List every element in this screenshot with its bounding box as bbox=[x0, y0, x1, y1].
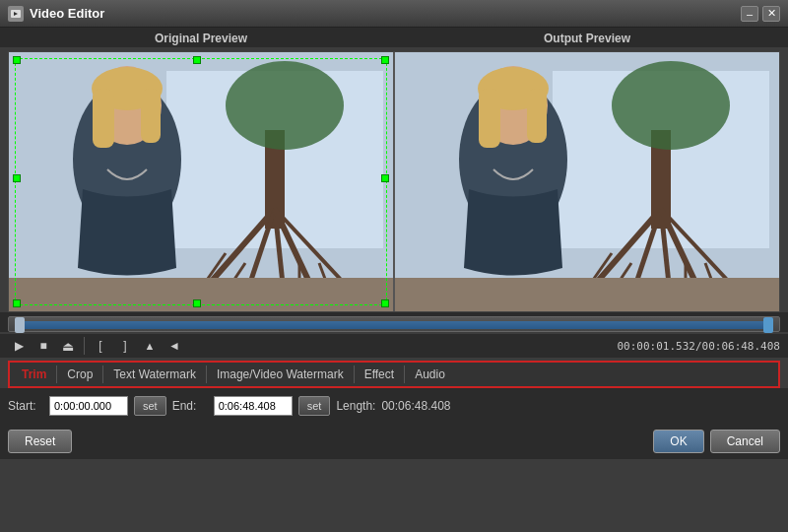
output-preview-panel bbox=[395, 52, 779, 311]
timecode-display: 00:00:01.532/00:06:48.408 bbox=[617, 340, 780, 353]
window-title: Video Editor bbox=[30, 6, 104, 21]
play-button[interactable]: ▶ bbox=[8, 336, 30, 356]
cancel-button[interactable]: Cancel bbox=[710, 430, 780, 453]
svg-rect-34 bbox=[395, 278, 779, 311]
tab-audio[interactable]: Audio bbox=[405, 366, 455, 383]
minimize-button[interactable]: – bbox=[741, 6, 758, 22]
end-label: End: bbox=[172, 399, 208, 413]
svg-rect-38 bbox=[479, 89, 500, 148]
timeline-area bbox=[0, 312, 788, 332]
svg-rect-20 bbox=[141, 89, 161, 143]
eject-button[interactable]: ⏏ bbox=[57, 336, 79, 356]
mark-button[interactable]: ▲ bbox=[139, 336, 161, 356]
output-preview-label: Output Preview bbox=[394, 32, 780, 45]
start-label: Start: bbox=[8, 399, 43, 413]
reset-button[interactable]: Reset bbox=[8, 430, 72, 453]
mark-out-button[interactable]: ] bbox=[114, 336, 136, 356]
ok-button[interactable]: OK bbox=[653, 430, 703, 453]
svg-point-33 bbox=[612, 61, 730, 150]
controls-area: Start: set End: set Length: 00:06:48.408 bbox=[0, 388, 788, 426]
transport-row: ▶ ■ ⏏ [ ] ▲ ◄ 00:00:01.532/00:06:48.408 bbox=[0, 334, 788, 358]
original-preview-label: Original Preview bbox=[8, 32, 394, 45]
corner-dot-tm[interactable] bbox=[193, 56, 201, 64]
svg-point-14 bbox=[226, 61, 344, 150]
timeline-slider[interactable] bbox=[8, 316, 780, 332]
length-label: Length: bbox=[336, 399, 375, 413]
title-controls: – ✕ bbox=[741, 6, 780, 22]
tabs-row: Trim Crop Text Watermark Image/Video Wat… bbox=[8, 361, 780, 388]
tab-crop[interactable]: Crop bbox=[57, 366, 103, 383]
length-value: 00:06:48.408 bbox=[381, 399, 450, 413]
mark-in-button[interactable]: [ bbox=[90, 336, 111, 356]
svg-rect-39 bbox=[527, 89, 547, 143]
preview-area bbox=[8, 51, 780, 312]
set-end-button[interactable]: set bbox=[298, 396, 331, 416]
start-input[interactable] bbox=[49, 396, 128, 416]
set-start-button[interactable]: set bbox=[134, 396, 166, 416]
svg-rect-15 bbox=[9, 278, 393, 311]
trim-controls: Start: set End: set Length: 00:06:48.408 bbox=[8, 396, 780, 416]
corner-dot-lm[interactable] bbox=[13, 174, 21, 182]
svg-rect-19 bbox=[93, 89, 114, 148]
transport-controls: ▶ ■ ⏏ [ ] ▲ ◄ bbox=[8, 336, 185, 356]
tab-text-watermark[interactable]: Text Watermark bbox=[103, 366, 207, 383]
close-button[interactable]: ✕ bbox=[762, 6, 780, 22]
title-bar-left: Video Editor bbox=[8, 6, 104, 22]
app-icon bbox=[8, 6, 24, 22]
bottom-row: Reset OK Cancel bbox=[0, 426, 788, 459]
corner-dot-bm[interactable] bbox=[193, 299, 201, 307]
tab-trim[interactable]: Trim bbox=[12, 366, 57, 383]
original-preview-panel bbox=[9, 52, 395, 311]
corner-dot-tr[interactable] bbox=[381, 56, 389, 64]
preview-headers: Original Preview Output Preview bbox=[0, 28, 788, 47]
corner-dot-rm[interactable] bbox=[381, 174, 389, 182]
corner-dot-bl[interactable] bbox=[13, 299, 21, 307]
title-bar: Video Editor – ✕ bbox=[0, 0, 788, 28]
tab-image-video-watermark[interactable]: Image/Video Watermark bbox=[207, 366, 355, 383]
back-button[interactable]: ◄ bbox=[164, 336, 185, 356]
tab-effect[interactable]: Effect bbox=[355, 366, 405, 383]
stop-button[interactable]: ■ bbox=[33, 336, 54, 356]
corner-dot-br[interactable] bbox=[381, 299, 389, 307]
corner-dot-tl[interactable] bbox=[13, 56, 21, 64]
separator bbox=[84, 337, 85, 355]
end-input[interactable] bbox=[214, 396, 293, 416]
